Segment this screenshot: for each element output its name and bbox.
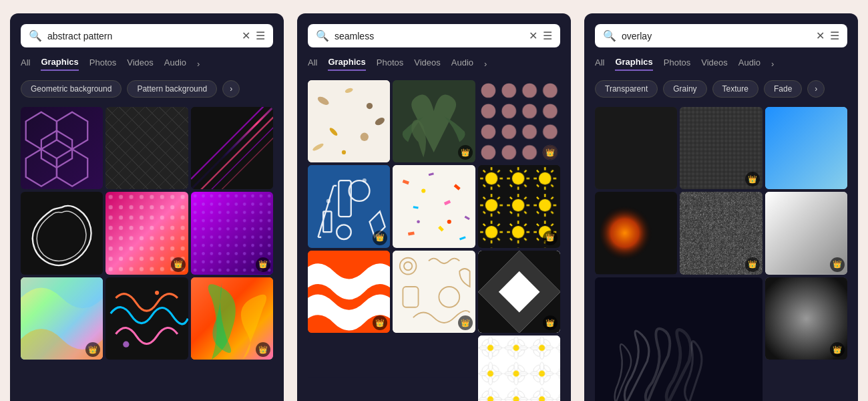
tab-audio-2[interactable]: Audio [451,57,473,70]
tab-graphics-2[interactable]: Graphics [328,57,365,71]
tab-graphics-1[interactable]: Graphics [41,57,78,71]
search-icon-3: 🔍 [603,29,616,42]
svg-point-51 [447,220,451,224]
img-puzzle-pattern[interactable] [105,107,188,189]
search-bar-1[interactable]: 🔍 ✕ ☰ [21,24,273,47]
crown-badge: 👑 [373,231,387,245]
panels-container: 🔍 ✕ ☰ All Graphics Photos Videos Audio ›… [0,0,868,401]
img-wave-pattern[interactable] [191,107,273,189]
tab-all-1[interactable]: All [21,57,30,70]
chip-geometric-1[interactable]: Geometric background [21,80,122,98]
img-dark-texture-2[interactable]: 👑 [680,107,762,189]
svg-rect-40 [393,165,475,247]
chip-more-1[interactable]: › [222,80,240,98]
chip-transparent[interactable]: Transparent [595,80,658,98]
clear-icon-1[interactable]: ✕ [242,29,250,42]
tabs-1: All Graphics Photos Videos Audio › [21,57,273,71]
img-grainy-texture[interactable]: 👑 [680,192,762,274]
img-blob-pattern[interactable] [21,192,103,274]
img-white-gradient[interactable]: 👑 [765,192,847,274]
tabs-2: All Graphics Photos Videos Audio › [308,57,560,71]
tab-photos-3[interactable]: Photos [664,57,690,70]
tab-photos-1[interactable]: Photos [89,57,116,70]
filter-icon-3[interactable]: ☰ [830,29,839,42]
img-pink-dots[interactable]: 👑 [478,80,560,162]
search-icon-2: 🔍 [316,29,329,42]
svg-point-20 [361,133,369,141]
tab-videos-2[interactable]: Videos [414,57,441,70]
svg-point-18 [367,103,373,109]
tab-photos-2[interactable]: Photos [377,57,403,70]
crown-badge: 👑 [745,172,760,186]
img-sun-pattern[interactable]: 👑 [478,165,560,247]
tab-graphics-3[interactable]: Graphics [615,57,652,71]
crown-badge: 👑 [830,257,845,272]
img-hex-pattern[interactable] [21,107,103,189]
img-botanical[interactable]: 👑 [393,80,475,162]
svg-rect-103 [765,107,847,189]
svg-point-22 [342,150,346,154]
svg-point-38 [327,199,331,203]
img-wavy-red[interactable]: 👑 [308,251,390,333]
tab-more-1[interactable]: › [197,59,200,69]
chip-more-3[interactable]: › [807,80,825,98]
svg-rect-93 [478,336,560,401]
clear-icon-3[interactable]: ✕ [816,29,825,42]
crown-badge: 👑 [256,342,270,357]
image-grid-3: 👑 [595,107,847,401]
tab-more-2[interactable]: › [484,59,487,69]
chips-3: Transparent Grainy Texture Fade › [595,80,847,98]
img-gray-gradient[interactable]: 👑 [765,277,847,360]
tab-audio-3[interactable]: Audio [738,57,761,70]
tabs-3: All Graphics Photos Videos Audio › [595,57,847,71]
img-squiggles[interactable] [105,277,188,360]
filter-icon-1[interactable]: ☰ [256,29,265,42]
search-bar-2[interactable]: 🔍 ✕ ☰ [308,24,560,47]
search-input-2[interactable] [335,31,523,41]
clear-icon-2[interactable]: ✕ [529,29,537,42]
chip-pattern-1[interactable]: Pattern background [127,80,217,98]
chip-grainy[interactable]: Grainy [663,80,706,98]
svg-point-37 [363,178,367,182]
img-terrazzo[interactable] [308,80,390,162]
filter-icon-2[interactable]: ☰ [543,29,552,42]
img-orange-glow[interactable] [595,192,677,274]
tab-all-3[interactable]: All [595,57,604,70]
svg-point-52 [417,221,421,224]
svg-point-50 [421,189,425,193]
img-smoke-overlay[interactable]: 👑 [595,277,763,401]
crown-badge: 👑 [543,231,558,245]
crown-badge: 👑 [543,315,558,330]
chip-texture[interactable]: Texture [712,80,758,98]
svg-point-12 [124,341,130,347]
svg-rect-77 [308,378,475,401]
tab-videos-1[interactable]: Videos [127,57,154,70]
crown-badge: 👑 [830,342,845,357]
panel-abstract-pattern: 🔍 ✕ ☰ All Graphics Photos Videos Audio ›… [10,13,284,401]
img-school-supplies[interactable]: 👑 [308,165,390,247]
panel-overlay: 🔍 ✕ ☰ All Graphics Photos Videos Audio ›… [584,13,858,401]
img-daisy[interactable] [478,336,560,401]
img-colorful-tropical[interactable]: 👑 [191,277,273,360]
search-input-3[interactable] [622,31,811,41]
img-colorful-abstract[interactable]: 👑 [21,277,103,360]
tab-more-3[interactable]: › [771,59,774,69]
tab-videos-3[interactable]: Videos [701,57,728,70]
crown-badge: 👑 [458,315,473,330]
chip-fade[interactable]: Fade [764,80,802,98]
search-bar-3[interactable]: 🔍 ✕ ☰ [595,24,847,47]
crown-badge: 👑 [256,257,270,272]
img-dark-texture-1[interactable] [595,107,677,189]
search-input-1[interactable] [47,31,236,41]
tab-audio-1[interactable]: Audio [164,57,186,70]
tab-all-2[interactable]: All [308,57,317,70]
img-blue-gradient[interactable] [765,107,847,189]
img-confetti[interactable] [393,165,475,247]
crown-badge: 👑 [745,257,760,272]
img-halftone-pink[interactable]: 👑 [105,192,188,274]
chips-1: Geometric background Pattern background … [21,80,273,98]
img-geometric-bw[interactable]: 👑 [478,251,560,333]
img-purple-gradient[interactable]: 👑 [191,192,273,274]
img-floral-blobs[interactable] [308,336,475,401]
img-doodle[interactable]: 👑 [393,251,475,333]
